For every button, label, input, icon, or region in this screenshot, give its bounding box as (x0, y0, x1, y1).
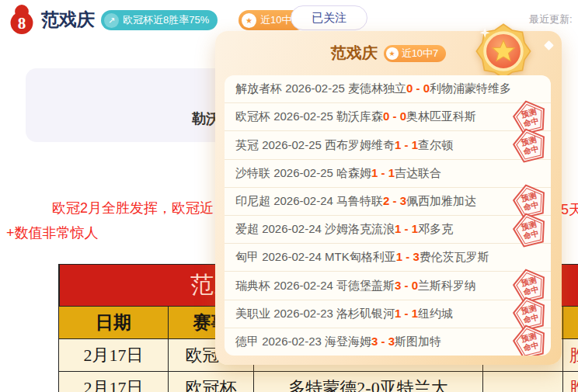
match-score: 1 - 1 (395, 307, 418, 320)
page: 8 范戏庆 ↗ 欧冠杯近8胜率75% ★ 近10中7 已关注 最近更新: 勒沃 … (0, 0, 578, 392)
match-row[interactable]: 英冠 2026-02-25 西布罗姆维奇1 - 1查尔顿 预测 命中 (225, 131, 551, 159)
site-logo-icon: 8 (6, 4, 37, 35)
header-date: 日期 (59, 306, 168, 338)
match-row[interactable]: 瑞典杯 2026-02-24 哥德堡盖斯3 - 0兰斯科罗纳 预测 命中 (225, 272, 551, 300)
match-row[interactable]: 匈甲 2026-02-24 MTK匈格利亚1 - 3费伦茨瓦罗斯 (225, 244, 551, 272)
stat-badge-winrate: ↗ 欧冠杯近8胜率75% (101, 10, 218, 30)
match-text: 瑞典杯 2026-02-24 哥德堡盖斯3 - 0兰斯科罗纳 (235, 279, 476, 293)
match-text: 印尼超 2026-02-24 马鲁特联2 - 3佩西加雅加达 (235, 194, 476, 209)
promo-text-line1: 欧冠2月全胜发挥，欧冠近 (52, 199, 214, 217)
match-row[interactable]: 欧冠杯 2026-02-25 勒沃库森0 - 0奥林匹亚科斯 预测 命中 (225, 103, 551, 131)
cell-result: 胜 (562, 371, 578, 392)
match-text: 匈甲 2026-02-24 MTK匈格利亚1 - 3费伦茨瓦罗斯 (235, 250, 489, 265)
match-text: 美职业 2026-02-23 洛杉矶银河1 - 1纽约城 (235, 307, 453, 321)
prediction-popup: 范戏庆 ★ 近10中7 解放者杯 2026-02-25 麦德林独立0 - 0利物… (215, 31, 562, 365)
match-text: 欧冠杯 2026-02-25 勒沃库森0 - 0奥林匹亚科斯 (235, 109, 476, 124)
match-score: 0 - 0 (383, 109, 406, 123)
match-row[interactable]: 德甲 2026-02-23 海登海姆3 - 3斯图加特 预测 命中 (225, 328, 551, 356)
match-score: 0 - 0 (406, 82, 430, 95)
popup-expert-name: 范戏庆 (331, 43, 378, 64)
cell-date: 2月17日 (59, 371, 168, 392)
cell-result: 胜 (562, 338, 578, 371)
match-text: 解放者杯 2026-02-25 麦德林独立0 - 0利物浦蒙特维多 (235, 82, 511, 96)
match-list: 解放者杯 2026-02-25 麦德林独立0 - 0利物浦蒙特维多欧冠杯 202… (225, 75, 551, 356)
cell-league: 欧冠杯 (168, 371, 253, 392)
match-row[interactable]: 爱超 2026-02-24 沙姆洛克流浪1 - 1邓多克 预测 命中 (225, 216, 551, 244)
medal-icon (473, 21, 534, 82)
match-text: 德甲 2026-02-23 海登海姆3 - 3斯图加特 (235, 335, 441, 349)
match-row[interactable]: 沙特联 2026-02-25 哈森姆1 - 1吉达联合 (225, 160, 551, 188)
match-text: 沙特联 2026-02-25 哈森姆1 - 1吉达联合 (235, 166, 441, 181)
star-icon: ★ (242, 13, 256, 28)
match-row[interactable]: 美职业 2026-02-23 洛杉矶银河1 - 1纽约城 预测 命中 (225, 300, 551, 328)
match-row[interactable]: 印尼超 2026-02-24 马鲁特联2 - 3佩西加雅加达 预测 命中 (225, 188, 551, 216)
match-score: 1 - 1 (371, 166, 395, 179)
promo-text-line2: +数值非常惊人 (6, 224, 99, 242)
match-score: 2 - 3 (383, 194, 406, 207)
match-score: 1 - 1 (395, 222, 418, 235)
trend-up-icon: ↗ (104, 13, 119, 28)
last-update-label: 最近更新: (529, 12, 573, 26)
cell-date: 2月17日 (59, 338, 168, 371)
record-table-row: 2月17日欧冠杯多特蒙德2-0亚特兰大胜 (59, 371, 578, 392)
promo-text-line1-right: 5天 (561, 200, 578, 219)
popup-recent-badge-label: 近10中7 (402, 47, 439, 61)
match-score: 3 - 3 (371, 335, 395, 348)
star-icon: ★ (386, 47, 399, 60)
match-row[interactable]: 解放者杯 2026-02-25 麦德林独立0 - 0利物浦蒙特维多 (225, 75, 551, 103)
match-score: 1 - 3 (396, 250, 420, 263)
match-score: 3 - 0 (395, 279, 418, 292)
expert-name: 范戏庆 (41, 8, 95, 32)
match-text: 爱超 2026-02-24 沙姆洛克流浪1 - 1邓多克 (235, 222, 453, 237)
match-score: 1 - 1 (395, 138, 418, 151)
svg-text:8: 8 (18, 14, 26, 33)
stat-badge-winrate-label: 欧冠杯近8胜率75% (123, 13, 209, 27)
cell-extra (482, 371, 562, 392)
header-result: 点 (562, 306, 578, 338)
followed-button[interactable]: 已关注 (291, 5, 367, 30)
popup-recent-badge: ★ 近10中7 (384, 45, 447, 62)
cell-match: 多特蒙德2-0亚特兰大 (253, 371, 482, 392)
match-text: 英冠 2026-02-25 西布罗姆维奇1 - 1查尔顿 (235, 138, 453, 153)
